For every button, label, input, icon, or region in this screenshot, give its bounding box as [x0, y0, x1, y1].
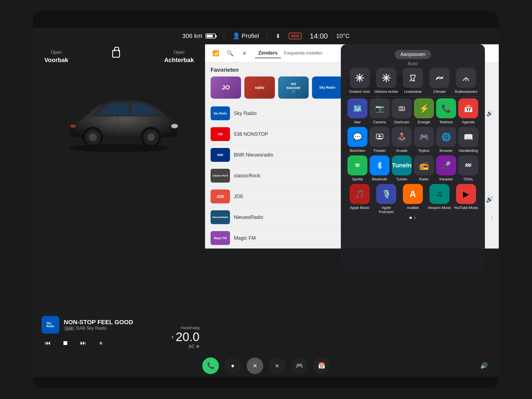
taskbar: 📞 ● ✕ ≡ 🎮 📅 🔊 — [33, 355, 499, 377]
fav-joyfm[interactable]: JO — [211, 76, 241, 99]
outside-temp: 10°C — [336, 32, 350, 40]
left-panel: Open Voorbak Open Achterbak — [33, 44, 205, 355]
sos-badge[interactable]: SOS — [289, 33, 301, 39]
spotify-icon — [347, 155, 367, 175]
tab-frequentie[interactable]: Frequentie instellen — [284, 51, 323, 56]
station-name-classicrock: classicRock — [234, 173, 260, 179]
youtube-music-icon: ▶ — [456, 184, 476, 204]
launcher-ontdooi-voor[interactable]: Ontdooi Voor — [347, 68, 372, 94]
playing-icon: 🔊 — [486, 110, 493, 117]
favorite-button[interactable]: ★ — [95, 337, 107, 349]
launcher-linkerstoel[interactable]: Linkerstoel — [400, 68, 425, 94]
launcher-toybox[interactable]: 🎮 Toybox — [413, 127, 435, 153]
svg-point-25 — [403, 106, 404, 108]
fav-sky[interactable]: Sky Radio — [312, 76, 342, 99]
taskbar-close-button[interactable]: ✕ — [247, 357, 263, 374]
launcher-climate[interactable]: Climate — [427, 68, 452, 94]
launcher-tidal[interactable]: TIDAL — [457, 155, 479, 181]
nav-label: Nav — [354, 120, 360, 124]
launcher-dashcam[interactable]: Dashcam — [391, 98, 413, 124]
launcher-amazon-music[interactable]: ♫ Amazon Music — [427, 184, 452, 214]
profile-icon: 👤 — [232, 32, 240, 40]
aanpassen-button[interactable]: Aanpassen — [395, 50, 431, 59]
next-button[interactable]: ⏭ — [77, 337, 89, 349]
arcade-icon: 🕹️ — [392, 127, 412, 147]
station-name-bnr: BNR Nieuwsradio — [234, 152, 273, 158]
launcher-berichten[interactable]: 💬 Berichten — [346, 127, 369, 153]
linkerstoel-icon — [403, 68, 423, 88]
tunein-label: TuneIn — [396, 177, 407, 181]
bluetooth-label: Bluetooth — [372, 177, 387, 181]
taskbar-camera-button[interactable]: ● — [224, 357, 241, 374]
launcher-telefoon[interactable]: 📞 Telefoon — [435, 98, 457, 124]
temp-decrease-button[interactable]: ‹ — [172, 333, 173, 341]
station-logo-bnr: BNR — [211, 148, 230, 162]
open-achterbak-button[interactable]: Open Achterbak — [164, 50, 194, 64]
energie-label: Energie — [418, 120, 430, 124]
dab-badge: DAB — [64, 326, 75, 331]
ontdooi-voor-icon — [350, 68, 370, 88]
toybox-icon: 🎮 — [414, 127, 434, 147]
taskbar-volume[interactable]: 🔊 — [480, 362, 488, 369]
right-panel-wrapper: 📶 🔍 ≡ Zenders Frequentie instellen Favor… — [205, 44, 499, 355]
berichten-icon: 💬 — [347, 127, 367, 147]
profile-label: Profiel — [242, 32, 259, 40]
launcher-youtube-music[interactable]: ▶ YouTube Music — [454, 184, 479, 214]
launcher-karaoke[interactable]: 🎤 Karaoke — [435, 155, 457, 181]
taskbar-phone-button[interactable]: 📞 — [202, 357, 219, 374]
ruitenwissers-label: Ruitenwissers — [455, 89, 477, 94]
launcher-ruitenwissers[interactable]: Ruitenwissers — [454, 68, 479, 94]
launcher-handleiding[interactable]: 📖 Handleiding — [457, 127, 479, 153]
station-name-magic: Magic FM — [234, 235, 256, 241]
tab-zenders[interactable]: Zenders — [255, 48, 281, 58]
screen-bezel: 306 km 👤 Profiel ⬇ SOS 14:00 10°C — [33, 11, 499, 388]
launcher-audible[interactable]: A Audible — [400, 184, 425, 214]
station-logo-sky: Sky Radio — [211, 106, 230, 120]
station-name: DAB Sky Radio — [76, 326, 107, 331]
browser-icon: 🌐 — [436, 127, 456, 147]
station-logo-nieuwsradio: NieuwsRadio — [211, 210, 230, 224]
launcher-browser[interactable]: 🌐 Browser — [435, 127, 457, 153]
energie-icon: ⚡ — [414, 98, 434, 118]
launcher-row-music1: Spotify Bluetooth TuneIn TuneIn — [346, 155, 479, 181]
profile-section[interactable]: 👤 Profiel — [232, 32, 259, 40]
launcher-radio[interactable]: 📻 Radio — [413, 155, 435, 181]
dashcam-label: Dashcam — [394, 120, 410, 124]
station-logo-joe: JOE — [211, 190, 230, 203]
search-icon[interactable]: 🔍 — [225, 48, 235, 58]
fav-radio10[interactable]: radio — [244, 76, 275, 99]
launcher-agenda[interactable]: 📅 Agenda — [457, 98, 479, 124]
stop-button[interactable]: ⏹ — [59, 337, 71, 349]
handleiding-label: Handleiding — [459, 149, 478, 153]
launcher-tunein[interactable]: TuneIn TuneIn — [391, 155, 413, 181]
main-content: Open Voorbak Open Achterbak — [33, 44, 499, 355]
signal-icon[interactable]: 📶 — [211, 48, 221, 58]
launcher-header: Aanpassen — [346, 50, 479, 59]
launcher-nav[interactable]: 🗺️ Nav — [346, 98, 369, 124]
launcher-apple-music[interactable]: 🎵 Apple Music — [347, 184, 372, 214]
apple-podcasts-icon: 🎙️ — [376, 184, 396, 204]
launcher-energie[interactable]: ⚡ Energie — [413, 98, 435, 124]
open-label-achter: Open — [174, 50, 185, 55]
volume-control[interactable]: 🔊 — [486, 196, 493, 203]
launcher-apple-podcasts[interactable]: 🎙️ Apple Podcasts — [374, 184, 399, 214]
handleiding-icon: 📖 — [458, 127, 478, 147]
fav-klassiek[interactable]: 000 klassiek 🔊 — [278, 76, 309, 99]
open-voorbak-button[interactable]: Open Voorbak — [44, 50, 68, 64]
page-dots — [346, 217, 479, 219]
menu-icon[interactable]: ≡ — [239, 48, 249, 58]
launcher-camera[interactable]: 📷 Camera — [369, 98, 391, 124]
taskbar-arcade-button[interactable]: 🎮 — [291, 357, 308, 374]
launcher-spotify[interactable]: Spotify — [346, 155, 369, 181]
taskbar-calendar-button[interactable]: 📅 — [313, 357, 330, 374]
ontdooi-achter-label: Ontdooi Achter — [374, 89, 398, 94]
prev-button[interactable]: ⏮ — [42, 337, 54, 349]
launcher-bluetooth[interactable]: Bluetooth — [369, 155, 391, 181]
theater-label: Theater — [374, 149, 386, 153]
launcher-theater[interactable]: Theater — [369, 127, 391, 153]
launcher-arcade[interactable]: 🕹️ Arcade — [391, 127, 413, 153]
launcher-ontdooi-achter[interactable]: Ontdooi Achter — [374, 68, 399, 94]
taskbar-menu-button[interactable]: ≡ — [269, 357, 285, 374]
music-text: NON-STOP FEEL GOOD DAB DAB Sky Radio — [64, 319, 133, 331]
lock-icon[interactable] — [112, 50, 120, 58]
